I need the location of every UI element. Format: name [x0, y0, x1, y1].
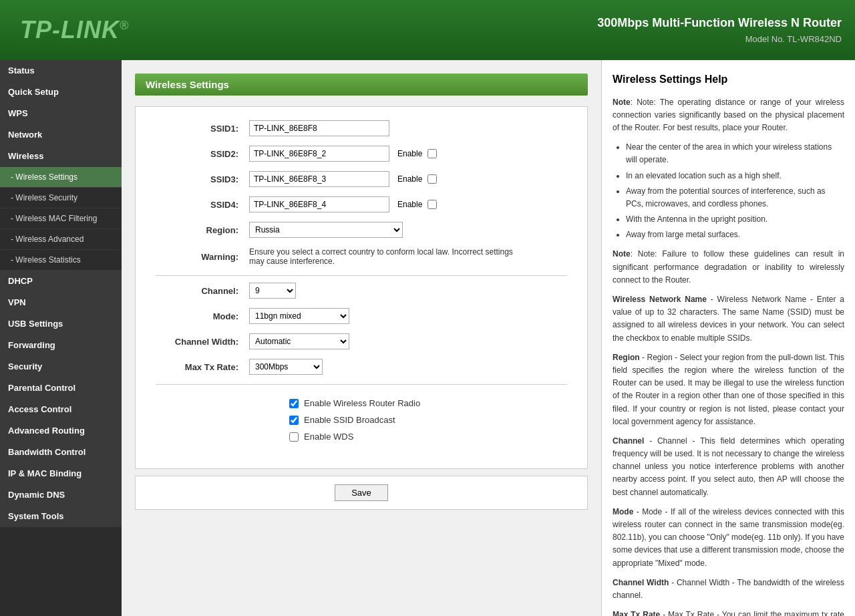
help-max-tx-rate: Max Tx Rate - Max Tx Rate - You can limi…: [613, 609, 844, 616]
sidebar-item-ip-mac-binding[interactable]: IP & MAC Binding: [0, 463, 122, 484]
ssid2-input[interactable]: [249, 146, 389, 162]
sidebar-item-advanced-routing[interactable]: Advanced Routing: [0, 420, 122, 442]
sidebar-item-wireless-advanced[interactable]: - Wireless Advanced: [0, 229, 122, 250]
channel-width-select[interactable]: Automatic: [249, 333, 349, 349]
mode-select[interactable]: 11bgn mixed: [249, 308, 349, 324]
sidebar-item-wps[interactable]: WPS: [0, 103, 122, 124]
wireless-settings-form: SSID1: SSID2: Enable SSID3: Enabl: [135, 106, 588, 469]
sidebar-item-wireless-mac-filtering[interactable]: - Wireless MAC Filtering: [0, 208, 122, 229]
help-bullet-list: Near the center of the area in which you…: [626, 141, 844, 241]
enable-wireless-row: Enable Wireless Router Radio: [289, 398, 567, 408]
ssid1-control-group: [249, 120, 389, 136]
sidebar-item-vpn[interactable]: VPN: [0, 292, 122, 313]
save-button[interactable]: Save: [335, 484, 388, 501]
section-title: Wireless Settings: [135, 73, 588, 96]
ssid4-label: SSID4:: [156, 200, 249, 210]
mode-row: Mode: 11bgn mixed: [156, 308, 567, 324]
channel-width-row: Channel Width: Automatic: [156, 333, 567, 349]
sidebar-item-access-control[interactable]: Access Control: [0, 399, 122, 420]
sidebar-item-parental-control[interactable]: Parental Control: [0, 377, 122, 399]
mode-label: Mode:: [156, 311, 249, 321]
help-panel: Wireless Settings Help Note: Note: The o…: [601, 60, 855, 616]
sidebar-item-dhcp[interactable]: DHCP: [0, 271, 122, 292]
sidebar-item-usb-settings[interactable]: USB Settings: [0, 313, 122, 335]
sidebar-item-status[interactable]: Status: [0, 60, 122, 82]
ssid3-row: SSID3: Enable: [156, 171, 567, 187]
warning-label: Warning:: [156, 252, 249, 262]
channel-width-label: Channel Width:: [156, 337, 249, 347]
sidebar-item-bandwidth-control[interactable]: Bandwidth Control: [0, 442, 122, 463]
sidebar: Status Quick Setup WPS Network Wireless …: [0, 60, 122, 616]
note-term: Note: [613, 98, 631, 107]
sidebar-item-security[interactable]: Security: [0, 356, 122, 377]
warning-row: Warning: Ensure you select a correct cou…: [156, 247, 567, 266]
logo-registered: ®: [120, 19, 129, 32]
help-title: Wireless Settings Help: [613, 71, 844, 88]
warning-text: Ensure you select a correct country to c…: [249, 247, 516, 266]
max-tx-rate-row: Max Tx Rate: 300Mbps: [156, 359, 567, 375]
channel-label: Channel:: [156, 286, 249, 296]
enable-wds-label: Enable WDS: [304, 432, 353, 442]
help-bullet-2: In an elevated location such as a high s…: [626, 170, 844, 182]
main-layout: Status Quick Setup WPS Network Wireless …: [0, 60, 855, 616]
sidebar-item-dynamic-dns[interactable]: Dynamic DNS: [0, 484, 122, 506]
ssid4-input[interactable]: [249, 196, 389, 212]
channel-row: Channel: 9: [156, 283, 567, 299]
region-label: Region:: [156, 225, 249, 235]
save-section: Save: [135, 476, 588, 510]
ssid2-enable-label: Enable: [397, 149, 422, 158]
sidebar-item-wireless-settings[interactable]: - Wireless Settings: [0, 167, 122, 188]
sidebar-item-wireless-statistics[interactable]: - Wireless Statistics: [0, 250, 122, 271]
ssid1-label: SSID1:: [156, 124, 249, 134]
ssid3-label: SSID3:: [156, 174, 249, 184]
enable-wds-checkbox[interactable]: [289, 432, 299, 442]
sidebar-item-network[interactable]: Network: [0, 124, 122, 146]
enable-ssid-broadcast-row: Enable SSID Broadcast: [289, 415, 567, 425]
help-bullet-5: Away from large metal surfaces.: [626, 228, 844, 241]
ssid2-row: SSID2: Enable: [156, 146, 567, 162]
ssid3-enable-checkbox[interactable]: [428, 174, 437, 184]
sidebar-item-system-tools[interactable]: System Tools: [0, 506, 122, 527]
ssid2-label: SSID2:: [156, 149, 249, 159]
ssid1-row: SSID1:: [156, 120, 567, 136]
model-info: 300Mbps Multi-Function Wireless N Router…: [597, 13, 842, 47]
logo-text: TP-LINK: [20, 16, 120, 43]
logo: TP-LINK®: [20, 16, 129, 44]
ssid3-input[interactable]: [249, 171, 389, 187]
ssid4-row: SSID4: Enable: [156, 196, 567, 212]
help-bullet-1: Near the center of the area in which you…: [626, 141, 844, 166]
region-select[interactable]: Russia: [249, 222, 403, 238]
max-tx-rate-label: Max Tx Rate:: [156, 362, 249, 372]
region-row: Region: Russia: [156, 222, 567, 238]
product-name: 300Mbps Multi-Function Wireless N Router: [597, 13, 842, 33]
enable-wireless-checkbox[interactable]: [289, 399, 299, 408]
enable-wds-row: Enable WDS: [289, 432, 567, 442]
sidebar-item-wireless[interactable]: Wireless: [0, 146, 122, 167]
ssid4-enable-checkbox[interactable]: [428, 200, 437, 209]
help-bullet-3: Away from the potential sources of inter…: [626, 185, 844, 210]
ssid2-enable-checkbox[interactable]: [428, 149, 437, 158]
help-note2: Note: Note: Failure to follow these guid…: [613, 248, 844, 287]
enable-ssid-broadcast-checkbox[interactable]: [289, 416, 299, 425]
sidebar-item-forwarding[interactable]: Forwarding: [0, 335, 122, 356]
help-mode: Mode - Mode - If all of the wireless dev…: [613, 506, 844, 570]
ssid4-enable-label: Enable: [397, 200, 422, 209]
ssid2-control-group: Enable: [249, 146, 437, 162]
max-tx-rate-select[interactable]: 300Mbps: [249, 359, 323, 375]
help-region: Region - Region - Select your region fro…: [613, 351, 844, 428]
ssid3-enable-label: Enable: [397, 174, 422, 184]
checkbox-section: Enable Wireless Router Radio Enable SSID…: [156, 392, 567, 455]
help-wireless-network-name: Wireless Network Name - Wireless Network…: [613, 293, 844, 345]
sidebar-item-quick-setup[interactable]: Quick Setup: [0, 82, 122, 103]
help-intro-text: Note: The operating distance or range of…: [613, 98, 844, 132]
help-channel: Channel - Channel - This field determine…: [613, 435, 844, 499]
model-number: Model No. TL-WR842ND: [597, 33, 842, 47]
help-intro: Note: Note: The operating distance or ra…: [613, 96, 844, 135]
enable-ssid-broadcast-label: Enable SSID Broadcast: [304, 415, 395, 425]
channel-select[interactable]: 9: [249, 283, 296, 299]
header: TP-LINK® 300Mbps Multi-Function Wireless…: [0, 0, 855, 60]
ssid1-input[interactable]: [249, 120, 389, 136]
enable-wireless-label: Enable Wireless Router Radio: [304, 398, 420, 408]
sidebar-item-wireless-security[interactable]: - Wireless Security: [0, 188, 122, 208]
help-bullet-4: With the Antenna in the upright position…: [626, 213, 844, 226]
